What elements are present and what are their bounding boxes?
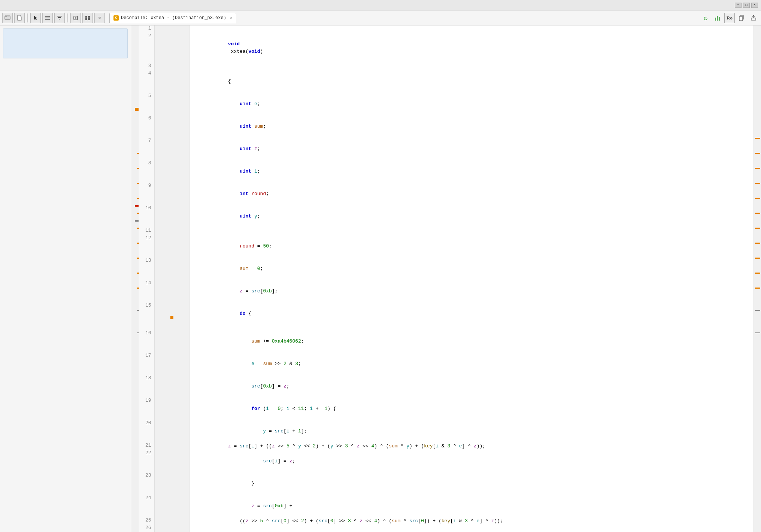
line-num-2: 2 xyxy=(139,33,154,63)
var-key-21: key xyxy=(424,443,433,449)
right-gutter xyxy=(754,25,761,532)
separator-2 xyxy=(67,13,68,22)
refresh-button[interactable]: ↻ xyxy=(700,13,711,23)
marker-line-28 xyxy=(135,205,139,207)
code-content-7: uint z; xyxy=(190,138,754,160)
line-gutter-3 xyxy=(154,63,190,70)
chart-button[interactable] xyxy=(712,13,723,23)
export-button[interactable] xyxy=(748,13,759,23)
cursor-button[interactable] xyxy=(30,13,41,23)
line-num-12: 12 xyxy=(139,235,154,258)
kw-void2: void xyxy=(248,49,260,54)
table-row: 6 uint sum; xyxy=(139,115,754,138)
var-src-22: src xyxy=(263,458,272,464)
minimap-5 xyxy=(137,213,139,214)
left-gutter xyxy=(131,25,139,532)
svg-rect-15 xyxy=(88,18,90,20)
sidebar-content xyxy=(0,25,131,63)
var-z-14: z xyxy=(240,288,243,294)
code-content-17: e = sum >> 2 & 3; xyxy=(190,353,754,375)
var-z-18: z xyxy=(284,383,286,389)
code-content-16: sum += 0xa4b46062; xyxy=(190,330,754,353)
svg-rect-12 xyxy=(85,16,87,18)
line-gutter-13 xyxy=(154,258,190,280)
var-e-17: e xyxy=(251,361,254,367)
tab-close-btn[interactable]: × xyxy=(230,16,233,20)
line-num-20: 20 xyxy=(139,420,154,443)
table-row: 2 void xxtea(void) xyxy=(139,33,754,63)
kw-uint-10: uint xyxy=(240,213,251,219)
line-gutter-21 xyxy=(154,443,190,450)
line-gutter-19 xyxy=(154,398,190,420)
line-gutter-18 xyxy=(154,375,190,398)
copy-button[interactable] xyxy=(736,13,747,23)
new-file-button[interactable] xyxy=(14,13,25,23)
code-content-25: ((z >> 5 ^ src[0] << 2) + (src[0] >> 3 ^… xyxy=(190,517,754,525)
table-row: 25 ((z >> 5 ^ src[0] << 2) + (src[0] >> … xyxy=(139,517,754,525)
code-content-10: uint y; xyxy=(190,205,754,228)
code-content-11 xyxy=(190,228,754,235)
code-content-5: uint e; xyxy=(190,93,754,115)
line-num-7: 7 xyxy=(139,138,154,160)
minimap-10 xyxy=(137,288,139,289)
var-src-20: src xyxy=(275,428,284,434)
var-z-7: z xyxy=(254,146,257,152)
tab-icon: C xyxy=(113,15,119,21)
settings-button[interactable] xyxy=(70,13,81,23)
close-button[interactable]: × xyxy=(751,3,758,8)
line-num-18: 18 xyxy=(139,375,154,398)
code-content-14: z = src[0xb]; xyxy=(190,280,754,303)
table-row: 1 xyxy=(139,25,754,33)
kw-uint-6: uint xyxy=(240,124,251,129)
filter-button[interactable] xyxy=(54,13,65,23)
table-row: 7 uint z; xyxy=(139,138,754,160)
decompile-tab[interactable]: C Decompile: xxtea - (Destination_p3.exe… xyxy=(109,13,236,23)
code-container[interactable]: 1 2 void xxtea(void) 3 xyxy=(139,25,754,532)
code-content-15: do { xyxy=(190,303,754,330)
open-file-button[interactable] xyxy=(2,13,13,23)
line-gutter-1 xyxy=(154,25,190,33)
ro-button[interactable]: Ro xyxy=(724,13,735,23)
kw-uint-8: uint xyxy=(240,168,251,174)
line-num-19: 19 xyxy=(139,398,154,420)
code-content-20: y = src[i + 1]; xyxy=(190,420,754,443)
line-num-22: 22 xyxy=(139,450,154,472)
var-sum-17: sum xyxy=(263,361,272,367)
svg-rect-14 xyxy=(85,18,87,20)
line-gutter-8 xyxy=(154,160,190,183)
restore-button[interactable]: □ xyxy=(743,3,750,8)
list-button[interactable] xyxy=(42,13,53,23)
svg-rect-17 xyxy=(717,16,718,21)
func-name: xxtea xyxy=(228,49,246,54)
minimap-4 xyxy=(137,198,139,199)
line-gutter-25 xyxy=(154,517,190,525)
line-num-16: 16 xyxy=(139,330,154,353)
svg-rect-8 xyxy=(58,17,61,18)
minimap-3 xyxy=(137,183,139,184)
grid-button[interactable] xyxy=(82,13,93,23)
line-gutter-7 xyxy=(154,138,190,160)
kw-void: void xyxy=(228,41,240,47)
line-gutter-20 xyxy=(154,420,190,443)
line-num-10: 10 xyxy=(139,205,154,228)
code-content-12: round = 50; xyxy=(190,235,754,258)
code-content-26: src[0xb] = z; xyxy=(190,525,754,532)
close-tab-button[interactable]: ✕ xyxy=(94,13,105,23)
minimap-8 xyxy=(137,258,139,259)
table-row: 9 int round; xyxy=(139,183,754,205)
minimize-button[interactable]: − xyxy=(735,3,742,8)
code-content-23: } xyxy=(190,472,754,495)
line-gutter-6 xyxy=(154,115,190,138)
code-content-24: z = src[0xb] + xyxy=(190,495,754,517)
marker-line-30 xyxy=(135,220,139,222)
minimap-6 xyxy=(137,228,139,229)
table-row: 10 uint y; xyxy=(139,205,754,228)
svg-rect-9 xyxy=(59,19,60,19)
svg-rect-18 xyxy=(719,17,720,21)
table-row: 14 z = src[0xb]; xyxy=(139,280,754,303)
table-row: 21 z = src[i] + ((z >> 5 ^ y << 2) + (y … xyxy=(139,443,754,450)
table-row: 15 do { xyxy=(139,303,754,330)
code-content-22: src[i] = z; xyxy=(190,450,754,472)
table-row: 4 { xyxy=(139,70,754,93)
minimap-9 xyxy=(137,273,139,274)
